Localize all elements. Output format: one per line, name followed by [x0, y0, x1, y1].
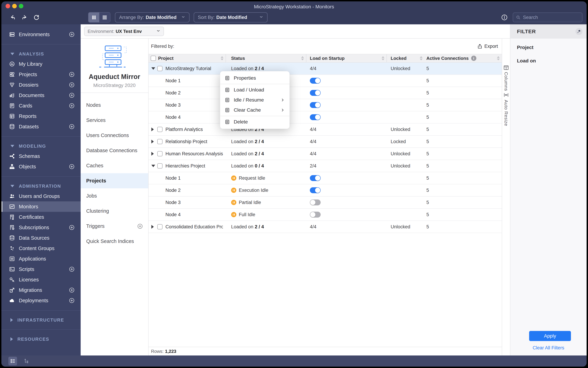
- table-row[interactable]: Node 2 5: [149, 87, 502, 99]
- add-migration-button[interactable]: [69, 287, 75, 293]
- add-deployment-button[interactable]: [69, 298, 75, 304]
- load-on-startup-toggle[interactable]: [310, 200, 321, 205]
- row-checkbox[interactable]: [157, 66, 163, 71]
- collapse-icon[interactable]: [151, 67, 155, 70]
- panel-item-triggers[interactable]: Triggers: [81, 219, 148, 234]
- list-view-button[interactable]: [99, 12, 110, 22]
- section-modeling[interactable]: MODELING: [1, 141, 81, 151]
- column-header-status[interactable]: Status: [226, 54, 306, 62]
- auto-resize-label[interactable]: Auto Resize: [503, 100, 509, 126]
- table-row[interactable]: Node 3 5: [149, 99, 502, 111]
- panel-item-clustering[interactable]: Clustering: [81, 203, 148, 219]
- sidebar-item-scripts[interactable]: Scripts: [1, 264, 81, 275]
- row-checkbox[interactable]: [157, 139, 163, 144]
- close-window-button[interactable]: [6, 4, 10, 8]
- clear-all-filters-link[interactable]: Clear All Filters: [510, 345, 587, 351]
- column-header-load-on-startup[interactable]: Load on Startup: [306, 54, 387, 62]
- expand-icon[interactable]: [151, 128, 154, 131]
- menu-item-delete[interactable]: Delete: [220, 117, 289, 127]
- sidebar-item-cards[interactable]: Cards: [1, 101, 81, 111]
- sidebar-item-schemas[interactable]: Schemas: [1, 151, 81, 161]
- sidebar-item-content-groups[interactable]: Content Groups: [1, 243, 81, 254]
- sidebar-item-migrations[interactable]: Migrations: [1, 285, 81, 295]
- expand-icon[interactable]: [151, 140, 154, 144]
- refresh-button[interactable]: [32, 12, 41, 22]
- expand-icon[interactable]: [151, 152, 154, 156]
- sidebar-item-objects[interactable]: Objects: [1, 161, 81, 172]
- table-row[interactable]: Node 1 Request Idle 5: [149, 172, 502, 184]
- row-checkbox[interactable]: [157, 163, 163, 168]
- sidebar-item-documents[interactable]: Documents: [1, 90, 81, 101]
- add-script-button[interactable]: [69, 266, 75, 272]
- table-row[interactable]: Relationship Project Loaded on2 / 4 4/4 …: [149, 136, 502, 148]
- add-trigger-button[interactable]: [137, 223, 143, 229]
- section-infrastructure[interactable]: INFRASTRUCTURE: [1, 315, 81, 325]
- load-on-startup-toggle[interactable]: [310, 175, 321, 181]
- panel-item-projects[interactable]: Projects: [81, 173, 148, 188]
- search-input[interactable]: [523, 15, 579, 20]
- sort-icon[interactable]: [382, 56, 384, 60]
- filter-field-load-on[interactable]: Load on: [510, 54, 587, 67]
- panel-item-services[interactable]: Services: [81, 113, 148, 128]
- sidebar-item-data-sources[interactable]: Data Sources: [1, 233, 81, 243]
- add-dataset-button[interactable]: [69, 124, 75, 129]
- menu-item-idle-resume[interactable]: Idle / Resume: [220, 95, 289, 105]
- sidebar-item-users-and-groups[interactable]: Users and Groups: [1, 191, 81, 201]
- panel-item-quick-search-indices[interactable]: Quick Search Indices: [81, 234, 148, 249]
- add-subscription-button[interactable]: [69, 224, 75, 230]
- sort-icon[interactable]: [420, 56, 423, 60]
- back-button[interactable]: [8, 12, 17, 22]
- sidebar-item-subscriptions[interactable]: Subscriptions: [1, 222, 81, 233]
- sidebar-item-dossiers[interactable]: Dossiers: [1, 80, 81, 90]
- sidebar-item-projects[interactable]: Projects: [1, 69, 81, 80]
- table-row[interactable]: Node 4 5: [149, 111, 502, 123]
- sort-icon[interactable]: [221, 56, 223, 60]
- auto-resize-button[interactable]: [503, 92, 509, 98]
- table-row[interactable]: Human Resources Analysis Mo Loaded on2 /…: [149, 148, 502, 160]
- grid-view-button[interactable]: [88, 12, 99, 22]
- menu-item-load-unload[interactable]: Load / Unload: [220, 85, 289, 95]
- collapse-icon[interactable]: [151, 165, 155, 167]
- table-row[interactable]: Node 2 Execution Idle 5: [149, 184, 502, 196]
- add-environment-button[interactable]: [69, 31, 75, 37]
- menu-item-clear-cache[interactable]: Clear Cache: [220, 105, 289, 115]
- table-row[interactable]: Node 1 5: [149, 75, 502, 87]
- load-on-startup-toggle[interactable]: [310, 102, 321, 108]
- sidebar-item-reports[interactable]: Reports: [1, 111, 81, 121]
- column-header-project[interactable]: Project: [149, 54, 226, 62]
- column-header-locked[interactable]: Locked: [387, 54, 425, 62]
- sort-by-dropdown[interactable]: Sort By: Date Modified: [194, 12, 268, 22]
- sidebar-item-applications[interactable]: Applications: [1, 254, 81, 264]
- columns-button[interactable]: [503, 65, 509, 71]
- info-icon[interactable]: i: [471, 56, 476, 61]
- sort-icon[interactable]: [301, 56, 304, 60]
- panel-item-jobs[interactable]: Jobs: [81, 188, 148, 203]
- tree-view-button[interactable]: [22, 357, 31, 365]
- load-on-startup-toggle[interactable]: [310, 78, 321, 84]
- sidebar-item-environments[interactable]: Environments: [1, 29, 81, 40]
- pin-button[interactable]: [576, 28, 582, 35]
- sidebar-item-datasets[interactable]: Datasets: [1, 121, 81, 132]
- export-button[interactable]: Export: [477, 44, 498, 49]
- row-checkbox[interactable]: [157, 224, 163, 229]
- load-on-startup-toggle[interactable]: [310, 187, 321, 193]
- sidebar-item-monitors[interactable]: Monitors: [1, 201, 81, 212]
- row-checkbox[interactable]: [157, 127, 163, 132]
- table-row[interactable]: Consolidated Education Projec Loaded on2…: [149, 221, 502, 233]
- column-header-active-connections[interactable]: Active Connections i: [425, 54, 502, 62]
- panel-item-nodes[interactable]: Nodes: [81, 98, 148, 113]
- sidebar-item-my-library[interactable]: My Library: [1, 59, 81, 69]
- add-dossier-button[interactable]: [69, 82, 75, 88]
- table-row[interactable]: Node 4 Full Idle 5: [149, 209, 502, 221]
- environment-select[interactable]: Environment: UX Test Env: [84, 27, 164, 36]
- section-administration[interactable]: ADMINSTRATION: [1, 181, 81, 191]
- load-on-startup-toggle[interactable]: [310, 114, 321, 120]
- section-analysis[interactable]: ANALYSIS: [1, 49, 81, 59]
- panel-item-caches[interactable]: Caches: [81, 158, 148, 173]
- load-on-startup-toggle[interactable]: [310, 90, 321, 96]
- panel-item-database-connections[interactable]: Database Connections: [81, 143, 148, 158]
- panel-item-users-connections[interactable]: Users Connections: [81, 128, 148, 143]
- minimize-window-button[interactable]: [12, 4, 17, 8]
- table-row[interactable]: Node 3 Partial Idle 5: [149, 196, 502, 209]
- flat-list-view-button[interactable]: [8, 357, 17, 365]
